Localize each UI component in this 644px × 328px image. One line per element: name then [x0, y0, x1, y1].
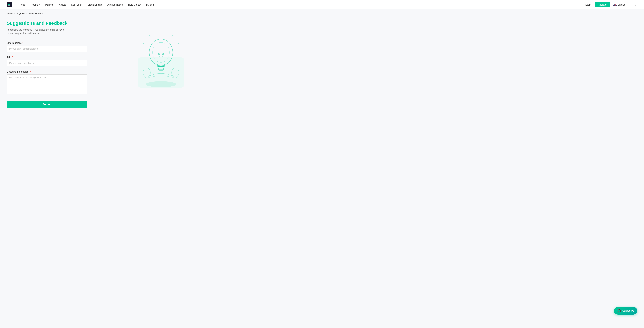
title-group: Title * — [7, 56, 87, 66]
title-required: * — [12, 56, 13, 59]
main-content: Suggestions and Feedback Feedbacks are w… — [0, 17, 235, 122]
svg-point-22 — [146, 81, 176, 87]
email-input[interactable] — [7, 45, 87, 52]
email-group: Email address * — [7, 41, 87, 52]
form-section: Suggestions and Feedback Feedbacks are w… — [7, 20, 87, 108]
theme-toggle-icon[interactable]: ☾ — [634, 3, 637, 6]
title-input[interactable] — [7, 60, 87, 66]
svg-line-4 — [149, 35, 151, 37]
nav-markets[interactable]: Markets — [45, 3, 54, 6]
download-icon[interactable]: ⬇ — [629, 3, 631, 6]
page-title: Suggestions and Feedback — [7, 20, 87, 26]
nav-home[interactable]: Home — [19, 3, 25, 6]
email-required: * — [22, 41, 24, 44]
email-label: Email address * — [7, 41, 87, 44]
nav-help-center[interactable]: Help Center — [128, 3, 141, 6]
language-label: English — [618, 3, 626, 6]
illustration-section — [94, 20, 228, 108]
svg-line-5 — [142, 43, 144, 44]
problem-required: * — [29, 70, 31, 73]
breadcrumb-current: Suggestions and Feedback — [16, 12, 43, 14]
nav-credit-lending[interactable]: Credit lending — [88, 3, 102, 6]
nav-trading[interactable]: Trading ▾ — [30, 3, 40, 6]
problem-textarea[interactable] — [7, 74, 87, 94]
submit-button[interactable]: Submit — [7, 100, 87, 108]
login-link[interactable]: Login — [586, 3, 591, 6]
problem-label: Describe the problem * — [7, 70, 87, 73]
contact-us-button[interactable]: 🎧 Contact Us — [614, 307, 637, 315]
nav-assets[interactable]: Assets — [59, 3, 66, 6]
flag-icon: 🇺🇸 — [613, 3, 617, 6]
nav-ai-quantization[interactable]: AI quantization — [107, 3, 123, 6]
logo[interactable] — [7, 2, 12, 7]
breadcrumb: Home > Suggestions and Feedback — [0, 9, 644, 17]
navbar-right: Login Register 🇺🇸 English ⬇ ☾ — [586, 2, 637, 7]
register-button[interactable]: Register — [594, 2, 610, 7]
nav-links: Home Trading ▾ Markets Assets DeFi Loan … — [19, 3, 586, 6]
page-subtitle: Feedbacks are welcome if you encounter b… — [7, 28, 67, 35]
nav-bulletin[interactable]: Bulletin — [146, 3, 154, 6]
illustration — [134, 31, 188, 91]
nav-defi-loan[interactable]: DeFi Loan — [71, 3, 82, 6]
navbar: Home Trading ▾ Markets Assets DeFi Loan … — [0, 0, 644, 9]
svg-line-3 — [178, 43, 180, 44]
chevron-down-icon: ▾ — [39, 4, 40, 5]
contact-us-label: Contact Us — [622, 310, 634, 312]
problem-group: Describe the problem * — [7, 70, 87, 95]
headset-icon: 🎧 — [617, 309, 621, 313]
title-label: Title * — [7, 56, 87, 59]
breadcrumb-separator: > — [14, 12, 15, 14]
svg-line-2 — [171, 35, 173, 37]
language-selector[interactable]: 🇺🇸 English — [613, 3, 626, 6]
svg-rect-17 — [159, 70, 163, 71]
breadcrumb-home[interactable]: Home — [7, 12, 12, 14]
